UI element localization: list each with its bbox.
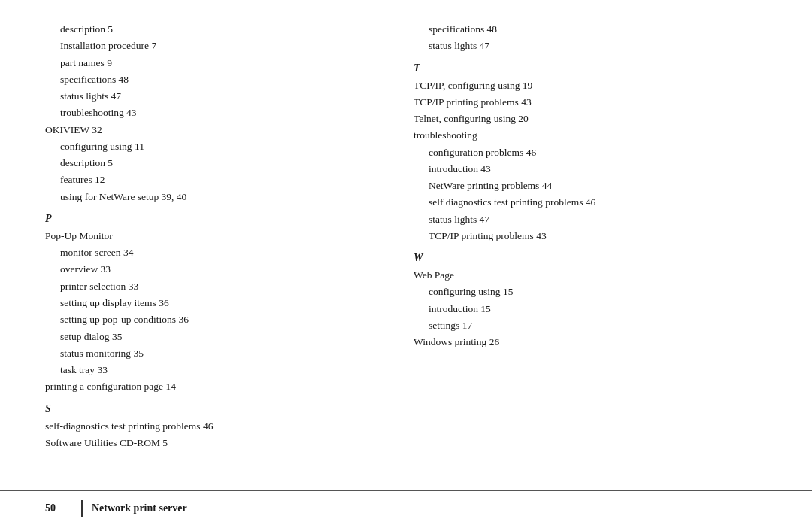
- list-item: part names 9: [45, 55, 383, 71]
- list-item: status lights 47: [414, 211, 767, 228]
- list-item: Windows printing 26: [414, 334, 767, 351]
- list-item: printing a configuration page 14: [45, 378, 383, 395]
- list-item: configuration problems 46: [414, 144, 767, 161]
- list-item: TCP/IP, configuring using 19: [414, 77, 767, 94]
- list-item: setting up display items 36: [45, 295, 383, 311]
- list-item: setup dialog 35: [45, 329, 383, 345]
- list-item: status lights 47: [45, 88, 383, 105]
- list-item: Software Utilities CD-ROM 5: [45, 435, 383, 451]
- right-t-entries: TCP/IP, configuring using 19 TCP/IP prin…: [414, 77, 767, 245]
- page-container: description 5 Installation procedure 7 p…: [0, 0, 812, 525]
- list-item: TCP/IP printing problems 43: [414, 228, 767, 244]
- list-item: introduction 43: [414, 161, 767, 178]
- list-item: printer selection 33: [45, 278, 383, 295]
- list-item: TCP/IP printing problems 43: [414, 94, 767, 111]
- list-item: NetWare printing problems 44: [414, 178, 767, 194]
- page-number: 50: [45, 502, 72, 514]
- list-item: features 12: [45, 171, 383, 188]
- section-letter-t: T: [414, 62, 767, 74]
- right-w-entries: Web Page configuring using 15 introducti…: [414, 267, 767, 351]
- section-letter-w: W: [414, 252, 767, 264]
- content-area: description 5 Installation procedure 7 p…: [0, 0, 812, 490]
- left-s-entries: self-diagnostics test printing problems …: [45, 418, 383, 452]
- footer: 50 Network print server: [0, 490, 812, 525]
- list-item: troubleshooting 43: [45, 105, 383, 121]
- left-column: description 5 Installation procedure 7 p…: [45, 21, 406, 475]
- list-item: configuring using 11: [45, 138, 383, 155]
- list-item: specifications 48: [414, 21, 767, 38]
- section-letter-p: P: [45, 213, 383, 225]
- list-item: description 5: [45, 155, 383, 171]
- list-item: overview 33: [45, 261, 383, 278]
- list-item: using for NetWare setup 39, 40: [45, 189, 383, 205]
- list-item: self-diagnostics test printing problems …: [45, 418, 383, 435]
- footer-divider-line: [81, 500, 83, 517]
- right-column: specifications 48 status lights 47 T TCP…: [406, 21, 767, 475]
- left-top-entries: description 5 Installation procedure 7 p…: [45, 21, 383, 205]
- section-letter-s: S: [45, 403, 383, 415]
- footer-title: Network print server: [92, 502, 187, 514]
- list-item: Pop-Up Monitor: [45, 228, 383, 244]
- list-item: status lights 47: [414, 38, 767, 54]
- list-item: introduction 15: [414, 301, 767, 317]
- list-item: description 5: [45, 21, 383, 38]
- list-item: status monitoring 35: [45, 345, 383, 362]
- left-p-entries: Pop-Up Monitor monitor screen 34 overvie…: [45, 228, 383, 396]
- list-item: self diagnostics test printing problems …: [414, 194, 767, 211]
- list-item: task tray 33: [45, 362, 383, 378]
- list-item: configuring using 15: [414, 284, 767, 300]
- list-item: Installation procedure 7: [45, 38, 383, 54]
- list-item: specifications 48: [45, 71, 383, 88]
- right-top-entries: specifications 48 status lights 47: [414, 21, 767, 55]
- list-item: settings 17: [414, 317, 767, 334]
- list-item: Web Page: [414, 267, 767, 284]
- list-item: monitor screen 34: [45, 244, 383, 261]
- list-item: OKIVIEW 32: [45, 122, 383, 138]
- list-item: Telnet, configuring using 20: [414, 111, 767, 127]
- list-item: troubleshooting: [414, 127, 767, 144]
- list-item: setting up pop-up conditions 36: [45, 311, 383, 328]
